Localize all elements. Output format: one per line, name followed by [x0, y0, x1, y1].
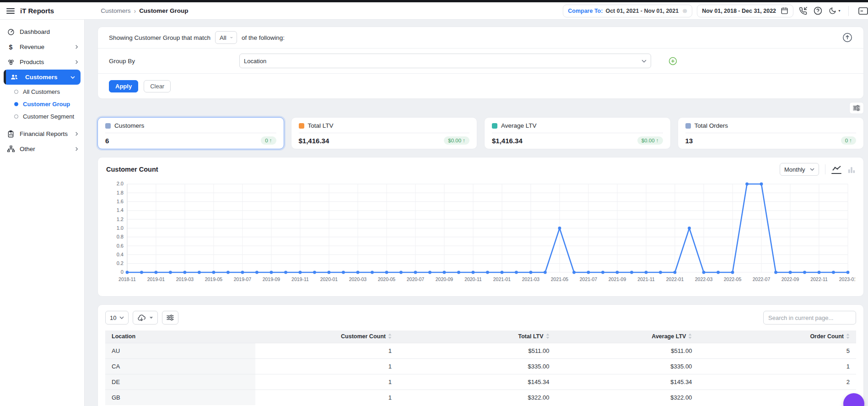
clear-button[interactable]: Clear — [144, 80, 171, 92]
filter-sentence-prefix: Showing Customer Group that match — [109, 34, 210, 41]
table-header-row: Location Customer Count Total LTV Averag… — [105, 330, 856, 343]
kpi-change-badge: $0.00 ↑ — [637, 136, 663, 145]
column-header-average-ltv[interactable]: Average LTV — [556, 330, 699, 343]
column-header-order-count[interactable]: Order Count — [698, 330, 856, 343]
line-chart-icon — [832, 165, 841, 172]
chevron-right-icon — [75, 60, 79, 64]
search-input[interactable] — [763, 311, 856, 325]
filter-panel: Showing Customer Group that match All of… — [97, 27, 864, 99]
sidebar-item-products[interactable]: Products — [0, 54, 84, 70]
bar-chart-toggle[interactable] — [848, 166, 855, 173]
chevron-down-icon — [230, 36, 233, 39]
chevron-down-icon — [70, 75, 75, 80]
svg-text:0: 0 — [121, 269, 124, 275]
add-filter-icon[interactable] — [669, 57, 677, 65]
svg-text:1.2: 1.2 — [117, 217, 124, 222]
table-row[interactable]: CA 1 $335.00 $335.00 1 — [105, 358, 856, 374]
kpi-change-badge: 0 ↑ — [841, 136, 856, 145]
svg-text:2020-09: 2020-09 — [436, 277, 453, 282]
series-swatch — [492, 123, 497, 129]
sidebar-item-all-customers[interactable]: All Customers — [0, 86, 84, 98]
line-chart-toggle[interactable] — [831, 165, 841, 174]
sidebar-item-financial-reports[interactable]: Financial Reports — [0, 126, 84, 141]
group-by-select[interactable]: Location — [239, 54, 651, 68]
compare-to-range: Oct 01, 2021 - Nov 01, 2021 — [605, 8, 679, 14]
customers-icon — [11, 74, 18, 81]
hamburger-menu-icon[interactable] — [6, 8, 15, 14]
kpi-change-badge: $0.00 ↑ — [444, 136, 469, 145]
calendar-icon[interactable] — [781, 7, 788, 15]
call-support-button[interactable] — [798, 6, 808, 16]
interval-select[interactable]: Monthly — [780, 163, 819, 176]
sort-icon — [546, 333, 550, 339]
svg-text:0.6: 0.6 — [117, 243, 124, 249]
collapse-panel-icon[interactable] — [842, 32, 852, 43]
kpi-card-customers[interactable]: Customers 60 ↑ — [97, 117, 284, 149]
bar-chart-icon — [848, 166, 855, 173]
card-settings-button[interactable] — [849, 102, 864, 114]
cell-total-ltv: $145.34 — [398, 374, 556, 390]
svg-text:2021-11: 2021-11 — [637, 277, 655, 282]
svg-text:2020-11: 2020-11 — [464, 277, 482, 282]
theme-toggle-button[interactable]: ▼ — [828, 6, 842, 16]
table-panel: 10 Location — [97, 304, 864, 406]
chart-body: 00.20.40.60.81.01.21.41.61.82.02018-1120… — [106, 179, 855, 292]
apply-button[interactable]: Apply — [109, 80, 138, 92]
sidebar-item-revenue[interactable]: $ Revenue — [0, 39, 84, 54]
match-type-select[interactable]: All — [215, 31, 237, 44]
chart-panel: Customer Count Monthly — [97, 157, 864, 297]
kpi-change-badge: 0 ↑ — [261, 136, 276, 145]
kpi-value: 6 — [105, 137, 109, 145]
chevron-down-icon — [119, 316, 124, 319]
table-row[interactable]: GB 1 $322.00 $322.00 3 — [105, 390, 856, 405]
column-header-location[interactable]: Location — [105, 330, 255, 343]
sidebar-item-dashboard[interactable]: Dashboard — [0, 24, 84, 39]
compare-to-pill[interactable]: Compare To: Oct 01, 2021 - Nov 01, 2021 … — [563, 5, 692, 17]
svg-text:2.0: 2.0 — [117, 181, 124, 186]
breadcrumb: Customers › Customer Group — [101, 7, 188, 15]
chevron-down-icon: ▼ — [838, 9, 841, 12]
svg-text:2022-07: 2022-07 — [753, 277, 771, 282]
sliders-icon — [853, 105, 860, 111]
breadcrumb-parent[interactable]: Customers — [101, 7, 130, 14]
compare-close-icon[interactable]: ⊗ — [682, 7, 687, 14]
topbar-divider — [848, 6, 849, 16]
svg-text:0.8: 0.8 — [117, 234, 124, 239]
svg-text:2022-05: 2022-05 — [724, 277, 742, 282]
date-range-picker[interactable]: Nov 01, 2018 - Dec 31, 2022 — [697, 5, 793, 17]
table-settings-button[interactable] — [162, 311, 178, 325]
svg-text:2019-01: 2019-01 — [147, 277, 165, 282]
phone-incoming-icon — [799, 7, 807, 15]
sidebar-item-customer-group[interactable]: Customer Group — [0, 98, 84, 110]
kpi-card-average-ltv[interactable]: Average LTV $1,416.34$0.00 ↑ — [484, 117, 671, 149]
caret-down-icon — [149, 316, 153, 319]
svg-text:2021-03: 2021-03 — [522, 277, 540, 282]
help-circle-icon — [814, 6, 822, 15]
topbar-actions: Compare To: Oct 01, 2021 - Nov 01, 2021 … — [563, 5, 868, 17]
table-row[interactable]: AU 1 $511.00 $511.00 5 — [105, 343, 856, 358]
cell-customer-count: 1 — [255, 390, 398, 405]
column-header-customer-count[interactable]: Customer Count — [255, 330, 398, 343]
cell-location: CA — [105, 358, 255, 374]
svg-text:2022-11: 2022-11 — [810, 277, 828, 282]
series-swatch — [299, 123, 304, 129]
cell-customer-count: 1 — [255, 374, 398, 390]
svg-text:2020-03: 2020-03 — [349, 277, 367, 282]
chevron-down-icon — [642, 60, 647, 63]
export-button[interactable] — [133, 311, 158, 325]
sidebar-item-customer-segment[interactable]: Customer Segment — [0, 110, 84, 123]
cell-location: DE — [105, 374, 255, 390]
help-button[interactable] — [813, 5, 823, 16]
kpi-card-total-ltv[interactable]: Total LTV $1,416.34$0.00 ↑ — [291, 117, 478, 149]
table-row[interactable]: DE 1 $145.34 $145.34 2 — [105, 374, 856, 390]
sidebar-item-other[interactable]: Other — [0, 141, 84, 157]
column-header-total-ltv[interactable]: Total LTV — [398, 330, 556, 343]
page-size-select[interactable]: 10 — [105, 311, 129, 325]
sidebar-item-customers[interactable]: Customers — [4, 70, 81, 85]
products-icon — [7, 59, 15, 66]
breadcrumb-separator-icon: › — [134, 7, 136, 15]
table-controls: 10 — [105, 311, 856, 325]
clipboard-chart-icon — [7, 130, 15, 138]
kpi-card-total-orders[interactable]: Total Orders 130 ↑ — [678, 117, 864, 149]
panel-toggle-icon[interactable] — [858, 6, 868, 16]
